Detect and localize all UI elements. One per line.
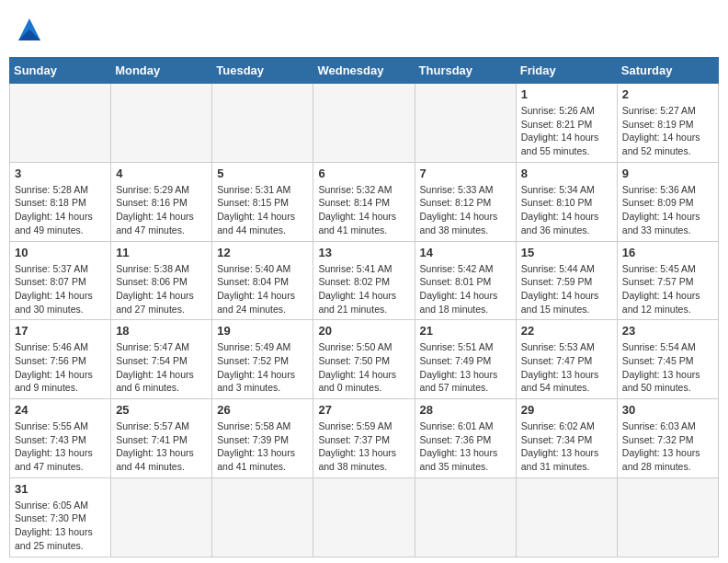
header-row: SundayMondayTuesdayWednesdayThursdayFrid… xyxy=(10,58,719,84)
weekday-header-wednesday: Wednesday xyxy=(313,58,415,84)
day-number: 15 xyxy=(521,246,612,259)
day-info: Sunrise: 5:53 AM Sunset: 7:47 PM Dayligh… xyxy=(521,340,612,395)
calendar-cell-12: 12Sunrise: 5:40 AM Sunset: 8:04 PM Dayli… xyxy=(212,241,313,320)
calendar-cell-21: 21Sunrise: 5:51 AM Sunset: 7:49 PM Dayli… xyxy=(415,320,516,399)
calendar-cell-empty xyxy=(10,84,111,163)
day-number: 24 xyxy=(15,403,106,417)
weekday-header-saturday: Saturday xyxy=(617,58,718,84)
calendar-cell-31: 31Sunrise: 6:05 AM Sunset: 7:30 PM Dayli… xyxy=(10,477,111,557)
week-row-6: 31Sunrise: 6:05 AM Sunset: 7:30 PM Dayli… xyxy=(10,477,719,557)
day-info: Sunrise: 5:36 AM Sunset: 8:09 PM Dayligh… xyxy=(622,183,713,237)
day-info: Sunrise: 5:46 AM Sunset: 7:56 PM Dayligh… xyxy=(15,340,106,395)
day-number: 14 xyxy=(420,246,511,259)
day-number: 17 xyxy=(15,324,106,338)
calendar-cell-15: 15Sunrise: 5:44 AM Sunset: 7:59 PM Dayli… xyxy=(516,241,617,320)
day-number: 21 xyxy=(420,324,511,338)
calendar-cell-26: 26Sunrise: 5:58 AM Sunset: 7:39 PM Dayli… xyxy=(212,399,313,478)
calendar-cell-empty xyxy=(111,84,212,163)
calendar-cell-27: 27Sunrise: 5:59 AM Sunset: 7:37 PM Dayli… xyxy=(313,399,415,478)
calendar-cell-17: 17Sunrise: 5:46 AM Sunset: 7:56 PM Dayli… xyxy=(10,320,111,399)
calendar-cell-empty xyxy=(212,84,313,163)
day-number: 9 xyxy=(622,167,713,180)
day-info: Sunrise: 5:47 AM Sunset: 7:54 PM Dayligh… xyxy=(116,340,207,395)
day-number: 20 xyxy=(318,324,409,338)
day-info: Sunrise: 5:31 AM Sunset: 8:15 PM Dayligh… xyxy=(217,183,308,237)
calendar-cell-10: 10Sunrise: 5:37 AM Sunset: 8:07 PM Dayli… xyxy=(10,241,111,320)
day-info: Sunrise: 5:29 AM Sunset: 8:16 PM Dayligh… xyxy=(116,183,207,237)
day-number: 13 xyxy=(318,246,409,259)
calendar-cell-25: 25Sunrise: 5:57 AM Sunset: 7:41 PM Dayli… xyxy=(111,399,212,478)
day-info: Sunrise: 5:38 AM Sunset: 8:06 PM Dayligh… xyxy=(116,262,207,316)
day-number: 6 xyxy=(318,167,409,180)
day-info: Sunrise: 5:27 AM Sunset: 8:19 PM Dayligh… xyxy=(622,104,713,158)
day-info: Sunrise: 6:02 AM Sunset: 7:34 PM Dayligh… xyxy=(521,419,612,474)
calendar-cell-empty xyxy=(617,477,718,557)
calendar-cell-16: 16Sunrise: 5:45 AM Sunset: 7:57 PM Dayli… xyxy=(617,241,718,320)
calendar-cell-28: 28Sunrise: 6:01 AM Sunset: 7:36 PM Dayli… xyxy=(415,399,516,478)
calendar-cell-18: 18Sunrise: 5:47 AM Sunset: 7:54 PM Dayli… xyxy=(111,320,212,399)
day-number: 3 xyxy=(15,167,106,180)
day-info: Sunrise: 5:42 AM Sunset: 8:01 PM Dayligh… xyxy=(420,262,511,316)
day-info: Sunrise: 5:57 AM Sunset: 7:41 PM Dayligh… xyxy=(116,419,207,474)
day-number: 18 xyxy=(116,324,207,338)
day-number: 7 xyxy=(420,167,511,180)
day-number: 5 xyxy=(217,167,308,180)
calendar-cell-empty xyxy=(313,477,415,557)
day-info: Sunrise: 5:41 AM Sunset: 8:02 PM Dayligh… xyxy=(318,262,409,316)
day-number: 19 xyxy=(217,324,308,338)
calendar-cell-24: 24Sunrise: 5:55 AM Sunset: 7:43 PM Dayli… xyxy=(10,399,111,478)
calendar-cell-empty xyxy=(516,477,617,557)
day-number: 29 xyxy=(521,403,612,417)
day-info: Sunrise: 5:45 AM Sunset: 7:57 PM Dayligh… xyxy=(622,262,713,316)
day-number: 1 xyxy=(521,87,612,101)
day-info: Sunrise: 5:54 AM Sunset: 7:45 PM Dayligh… xyxy=(622,340,713,395)
day-info: Sunrise: 5:37 AM Sunset: 8:07 PM Dayligh… xyxy=(15,262,106,316)
weekday-header-sunday: Sunday xyxy=(10,58,111,84)
calendar-cell-empty xyxy=(212,477,313,557)
calendar-cell-empty xyxy=(111,477,212,557)
calendar-cell-2: 2Sunrise: 5:27 AM Sunset: 8:19 PM Daylig… xyxy=(617,84,718,163)
calendar-cell-3: 3Sunrise: 5:28 AM Sunset: 8:18 PM Daylig… xyxy=(10,162,111,241)
calendar-cell-7: 7Sunrise: 5:33 AM Sunset: 8:12 PM Daylig… xyxy=(415,162,516,241)
weekday-header-tuesday: Tuesday xyxy=(212,58,313,84)
day-info: Sunrise: 5:55 AM Sunset: 7:43 PM Dayligh… xyxy=(15,419,106,474)
day-number: 16 xyxy=(622,246,713,259)
calendar-cell-23: 23Sunrise: 5:54 AM Sunset: 7:45 PM Dayli… xyxy=(617,320,718,399)
day-info: Sunrise: 6:05 AM Sunset: 7:30 PM Dayligh… xyxy=(15,499,106,553)
calendar-cell-empty xyxy=(415,477,516,557)
calendar-cell-29: 29Sunrise: 6:02 AM Sunset: 7:34 PM Dayli… xyxy=(516,399,617,478)
calendar-cell-1: 1Sunrise: 5:26 AM Sunset: 8:21 PM Daylig… xyxy=(516,84,617,163)
day-number: 28 xyxy=(420,403,511,417)
day-info: Sunrise: 5:26 AM Sunset: 8:21 PM Dayligh… xyxy=(521,104,612,158)
calendar-table: SundayMondayTuesdayWednesdayThursdayFrid… xyxy=(9,57,719,557)
day-number: 26 xyxy=(217,403,308,417)
day-number: 4 xyxy=(116,167,207,180)
calendar-cell-30: 30Sunrise: 6:03 AM Sunset: 7:32 PM Dayli… xyxy=(617,399,718,478)
week-row-3: 10Sunrise: 5:37 AM Sunset: 8:07 PM Dayli… xyxy=(10,241,719,320)
calendar-cell-empty xyxy=(313,84,415,163)
day-number: 23 xyxy=(622,324,713,338)
week-row-1: 1Sunrise: 5:26 AM Sunset: 8:21 PM Daylig… xyxy=(10,84,719,163)
calendar-cell-8: 8Sunrise: 5:34 AM Sunset: 8:10 PM Daylig… xyxy=(516,162,617,241)
calendar-cell-4: 4Sunrise: 5:29 AM Sunset: 8:16 PM Daylig… xyxy=(111,162,212,241)
week-row-4: 17Sunrise: 5:46 AM Sunset: 7:56 PM Dayli… xyxy=(10,320,719,399)
calendar-cell-14: 14Sunrise: 5:42 AM Sunset: 8:01 PM Dayli… xyxy=(415,241,516,320)
day-number: 12 xyxy=(217,246,308,259)
day-number: 8 xyxy=(521,167,612,180)
weekday-header-monday: Monday xyxy=(111,58,212,84)
page-header xyxy=(9,9,719,50)
calendar-cell-22: 22Sunrise: 5:53 AM Sunset: 7:47 PM Dayli… xyxy=(516,320,617,399)
calendar-cell-20: 20Sunrise: 5:50 AM Sunset: 7:50 PM Dayli… xyxy=(313,320,415,399)
day-info: Sunrise: 5:28 AM Sunset: 8:18 PM Dayligh… xyxy=(15,183,106,237)
day-info: Sunrise: 5:49 AM Sunset: 7:52 PM Dayligh… xyxy=(217,340,308,395)
logo-icon xyxy=(15,15,44,44)
day-info: Sunrise: 5:40 AM Sunset: 8:04 PM Dayligh… xyxy=(217,262,308,316)
logo xyxy=(13,15,44,44)
calendar-cell-empty xyxy=(415,84,516,163)
weekday-header-friday: Friday xyxy=(516,58,617,84)
week-row-2: 3Sunrise: 5:28 AM Sunset: 8:18 PM Daylig… xyxy=(10,162,719,241)
day-number: 2 xyxy=(622,87,713,101)
calendar-cell-5: 5Sunrise: 5:31 AM Sunset: 8:15 PM Daylig… xyxy=(212,162,313,241)
calendar-cell-9: 9Sunrise: 5:36 AM Sunset: 8:09 PM Daylig… xyxy=(617,162,718,241)
weekday-header-thursday: Thursday xyxy=(415,58,516,84)
